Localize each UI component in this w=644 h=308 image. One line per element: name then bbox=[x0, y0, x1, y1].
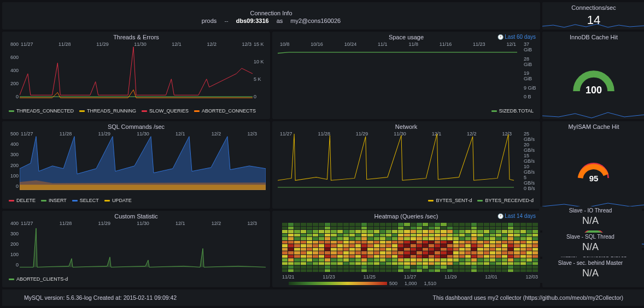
heatmap-cell bbox=[307, 262, 312, 265]
heatmap-cell bbox=[453, 248, 459, 251]
custom-legend: ABORTED_CLIENTS-d bbox=[4, 275, 268, 283]
slave-behind-panel[interactable]: Slave - sec. behind Master N/A bbox=[539, 259, 642, 283]
heatmap-cell bbox=[435, 227, 440, 230]
myisam-cache-panel[interactable]: MyISAM Cache Hit 95 bbox=[542, 121, 644, 209]
heatmap-cell bbox=[313, 223, 318, 226]
time-range-badge[interactable]: Last 60 days bbox=[497, 34, 536, 40]
time-range-badge[interactable]: Last 14 days bbox=[497, 213, 536, 219]
heatmap-cell bbox=[496, 223, 501, 226]
heatmap-cell bbox=[477, 248, 483, 251]
heatmap-cell bbox=[411, 251, 416, 254]
heatmap-cell bbox=[441, 230, 446, 233]
heatmap-cell bbox=[502, 237, 507, 240]
heatmap-cell bbox=[526, 265, 532, 269]
heatmap-cell bbox=[355, 262, 361, 265]
heatmap-cell bbox=[496, 241, 501, 244]
heatmap-cell bbox=[453, 227, 459, 230]
heatmap-cell bbox=[392, 265, 397, 269]
heatmap-cell bbox=[502, 227, 507, 230]
heatmap-cell bbox=[447, 262, 453, 265]
legend-item[interactable]: INSERT bbox=[41, 198, 67, 203]
heatmap-cell bbox=[294, 258, 300, 262]
heatmap-cell bbox=[532, 234, 538, 237]
heatmap-cell bbox=[404, 230, 409, 233]
heatmap-cell bbox=[392, 230, 397, 233]
custom-statistic-panel[interactable]: Custom Statistic 4003002001000 11/2711/2… bbox=[2, 211, 270, 287]
heatmap-cell bbox=[459, 230, 465, 233]
heatmap-cell bbox=[325, 237, 330, 240]
heatmap-cell bbox=[380, 269, 385, 273]
legend-label: THREADS_CONNECTED bbox=[16, 108, 74, 114]
heatmap-cell bbox=[313, 251, 318, 254]
legend-item[interactable]: DELETE bbox=[9, 198, 36, 203]
heatmap-cell bbox=[331, 234, 336, 237]
heatmap-cell bbox=[349, 237, 355, 240]
heatmap-cell bbox=[319, 230, 324, 233]
legend-item[interactable]: THREADS_CONNECTED bbox=[9, 108, 74, 114]
slave-behind-title: Slave - sec. behind Master bbox=[539, 259, 642, 267]
legend-item[interactable]: SELECT bbox=[72, 198, 99, 203]
heatmap-cell bbox=[325, 223, 330, 226]
heatmap-cell bbox=[484, 269, 489, 273]
space-usage-panel[interactable]: Space usage Last 60 days 37 GiB 28 GiB 1… bbox=[272, 32, 540, 119]
heatmap-cell bbox=[392, 251, 397, 254]
slave-sql-panel[interactable]: Slave - SQL Thread N/A bbox=[539, 233, 642, 257]
sql-commands-panel[interactable]: SQL Commands /sec 5004003002001000 11/27… bbox=[2, 121, 270, 209]
legend-item[interactable]: SLOW_QUERIES bbox=[142, 108, 189, 114]
heatmap-cell bbox=[325, 265, 330, 269]
heatmap-cell bbox=[361, 262, 367, 265]
heatmap-cell bbox=[429, 265, 434, 269]
legend-item[interactable]: ABORTED_CONNECTS bbox=[194, 108, 256, 114]
threads-errors-title: Threads & Errors bbox=[2, 32, 270, 42]
legend-item[interactable]: SIZEDB.TOTAL bbox=[491, 108, 534, 114]
heatmap-cell bbox=[307, 230, 312, 233]
heatmap-cell bbox=[282, 227, 288, 230]
heatmap-cell bbox=[361, 255, 367, 258]
heatmap-cell bbox=[477, 258, 483, 262]
heatmap-cell bbox=[374, 234, 379, 237]
heatmap-cell bbox=[435, 230, 440, 233]
heatmap-cell bbox=[386, 262, 391, 265]
heatmap-cell bbox=[508, 227, 513, 230]
heatmap-cell bbox=[453, 244, 459, 247]
heatmap-cell bbox=[313, 237, 318, 240]
heatmap-cell bbox=[477, 234, 483, 237]
legend-item[interactable]: THREADS_RUNNING bbox=[79, 108, 136, 114]
network-legend: BYTES_SENT-dBYTES_RECEIVED-d bbox=[274, 197, 538, 204]
legend-item[interactable]: UPDATE bbox=[104, 198, 132, 203]
heatmap-cell bbox=[429, 237, 434, 240]
heatmap-cell bbox=[282, 265, 288, 269]
heatmap-cell bbox=[411, 227, 416, 230]
heatmap-cell bbox=[380, 237, 385, 240]
heatmap-cell bbox=[301, 265, 306, 269]
heatmap-panel[interactable]: Heatmap (Queries /sec) Last 14 days 11/2… bbox=[272, 211, 540, 287]
heatmap-cell bbox=[496, 248, 501, 251]
threads-errors-panel[interactable]: Threads & Errors 800 600 400 200 0 15 K … bbox=[2, 32, 270, 119]
heatmap-cell bbox=[484, 244, 489, 247]
network-panel[interactable]: Network 25 GB/s20 GB/s15 GB/s10 GB/s5 GB… bbox=[272, 121, 540, 209]
heatmap-cell bbox=[386, 265, 391, 269]
heatmap-cell bbox=[496, 230, 501, 233]
connections-per-sec-panel[interactable]: Connections/sec 14 bbox=[542, 2, 644, 29]
heatmap-cell bbox=[392, 248, 397, 251]
heatmap-cell bbox=[502, 248, 507, 251]
heatmap-cell bbox=[307, 244, 312, 247]
heatmap-cell bbox=[453, 223, 459, 226]
heatmap-cell bbox=[325, 241, 330, 244]
heatmap-cell bbox=[411, 265, 416, 269]
heatmap-cell bbox=[288, 223, 294, 226]
heatmap-cell bbox=[423, 230, 428, 233]
heatmap-cell bbox=[526, 244, 532, 247]
heatmap-cell bbox=[337, 251, 343, 254]
heatmap-cell bbox=[423, 227, 428, 230]
heatmap-cell bbox=[361, 251, 367, 254]
legend-item[interactable]: ABORTED_CLIENTS-d bbox=[9, 276, 68, 282]
heatmap-cell bbox=[502, 251, 507, 254]
innodb-cache-panel[interactable]: InnoDB Cache Hit 100 bbox=[542, 32, 644, 119]
heatmap-cell bbox=[417, 251, 422, 254]
legend-item[interactable]: BYTES_SENT-d bbox=[428, 198, 472, 203]
heatmap-cell bbox=[441, 262, 446, 265]
slave-io-panel[interactable]: Slave - IO Thread N/A bbox=[539, 206, 642, 230]
heatmap-cell bbox=[441, 244, 446, 247]
legend-item[interactable]: BYTES_RECEIVED-d bbox=[477, 198, 534, 203]
